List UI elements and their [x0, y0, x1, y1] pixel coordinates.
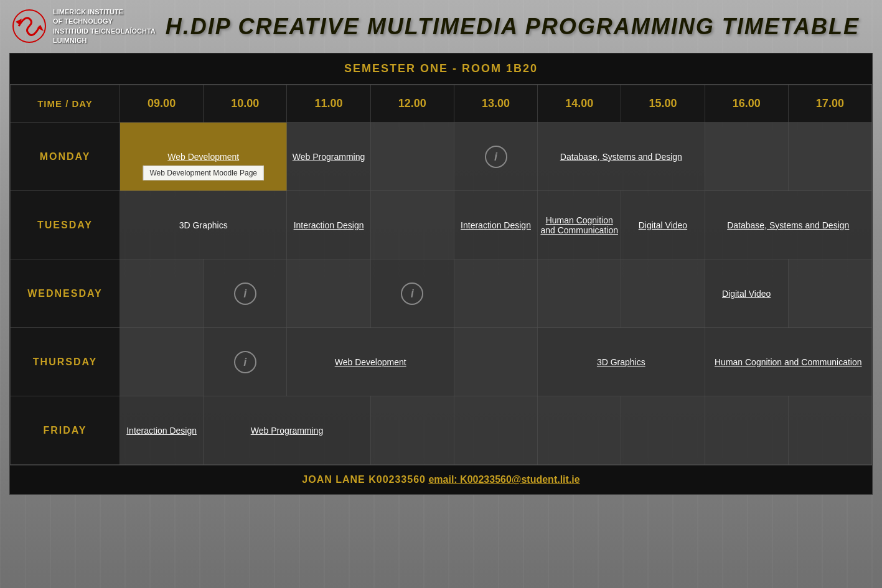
tuesday-label: TUESDAY [11, 191, 120, 259]
timetable-container: SEMESTER ONE - ROOM 1B20 TIME / DAY 09.0… [9, 53, 873, 495]
thursday-row: THURSDAY i Web Development 3D Gr [11, 328, 872, 396]
human-cognition-link-thu[interactable]: Human Cognition and Communication [715, 357, 862, 367]
logo-area: LIMERICK INSTITUTE OF TECHNOLOGY INSTITI… [12, 7, 156, 46]
thursday-web-development[interactable]: Web Development [287, 328, 454, 396]
monday-label: MONDAY [11, 123, 120, 191]
footer-email-link[interactable]: email: K00233560@student.lit.ie [428, 474, 579, 485]
wednesday-row: WEDNESDAY i i [11, 259, 872, 328]
wednesday-digital-video[interactable]: Digital Video [705, 259, 788, 328]
time-16: 16.00 [705, 85, 788, 123]
semester-header: SEMESTER ONE - ROOM 1B20 [10, 54, 872, 85]
logo-text: LIMERICK INSTITUTE OF TECHNOLOGY INSTITI… [53, 7, 156, 46]
tuesday-12-empty [370, 191, 454, 259]
info-icon-wed12: i [401, 282, 423, 305]
time-14: 14.00 [538, 85, 621, 123]
interaction-design-link-tue13[interactable]: Interaction Design [461, 220, 531, 230]
thu-09-empty [120, 328, 204, 396]
tuesday-digital-video[interactable]: Digital Video [621, 191, 705, 259]
monday-16-empty [705, 123, 788, 191]
info-icon-thu10: i [234, 351, 256, 373]
web-dev-tooltip-container: Web Development Web Development Moodle P… [167, 152, 239, 162]
monday-web-programming[interactable]: Web Programming [287, 123, 370, 191]
friday-row: FRIDAY Interaction Design Web Programmin… [11, 396, 872, 465]
tuesday-interaction-design-13[interactable]: Interaction Design [454, 191, 537, 259]
time-13: 13.00 [454, 85, 537, 123]
web-dev-tooltip: Web Development Moodle Page [143, 166, 264, 180]
fri-14-empty [538, 396, 621, 465]
3d-graphics-label: 3D Graphics [179, 220, 228, 230]
fri-17-empty [788, 396, 871, 465]
footer-name: JOAN LANE K00233560 [302, 474, 426, 485]
time-day-header: TIME / DAY [11, 85, 120, 123]
3d-graphics-link-thu[interactable]: 3D Graphics [597, 357, 645, 367]
fri-16-empty [705, 396, 788, 465]
database-link-monday[interactable]: Database, Systems and Design [560, 152, 682, 162]
info-icon-wed10: i [234, 282, 256, 305]
monday-database[interactable]: Database, Systems and Design [538, 123, 705, 191]
fri-13-empty [454, 396, 537, 465]
time-header-row: TIME / DAY 09.00 10.00 11.00 12.00 13.00… [11, 85, 872, 123]
web-programming-link[interactable]: Web Programming [293, 152, 365, 162]
wednesday-label: WEDNESDAY [11, 259, 120, 328]
tuesday-human-cognition[interactable]: Human Cognition and Communication [538, 191, 621, 259]
thursday-label: THURSDAY [11, 328, 120, 396]
fri-15-empty [621, 396, 705, 465]
fri-12-empty [370, 396, 454, 465]
time-11: 11.00 [287, 85, 370, 123]
timetable: TIME / DAY 09.00 10.00 11.00 12.00 13.00… [10, 85, 872, 465]
time-12: 12.00 [370, 85, 454, 123]
time-17: 17.00 [788, 85, 871, 123]
database-link-tue1617[interactable]: Database, Systems and Design [727, 220, 849, 230]
monday-13-info: i [454, 123, 537, 191]
interaction-design-link-tue11[interactable]: Interaction Design [294, 220, 364, 230]
thu-13-empty [454, 328, 537, 396]
tuesday-row: TUESDAY 3D Graphics Interaction Design I… [11, 191, 872, 259]
tuesday-3d-graphics-0910[interactable]: 3D Graphics [120, 191, 287, 259]
web-programming-link-fri[interactable]: Web Programming [251, 426, 323, 436]
friday-web-programming[interactable]: Web Programming [204, 396, 370, 465]
wed-11-empty [287, 259, 370, 328]
web-development-link-thu[interactable]: Web Development [335, 357, 406, 367]
wed-13-empty [454, 259, 537, 328]
thursday-3d-graphics[interactable]: 3D Graphics [538, 328, 705, 396]
monday-row: MONDAY Web Development Web Development M… [11, 123, 872, 191]
interaction-design-link-fri[interactable]: Interaction Design [126, 426, 197, 436]
friday-interaction-design[interactable]: Interaction Design [120, 396, 204, 465]
thursday-human-cognition[interactable]: Human Cognition and Communication [705, 328, 871, 396]
time-10: 10.00 [204, 85, 287, 123]
wed-12-info: i [370, 259, 454, 328]
wed-14-empty [538, 259, 621, 328]
wed-09-empty [120, 259, 204, 328]
human-cognition-link-tue[interactable]: Human Cognition and Communication [540, 215, 618, 235]
digital-video-link-wed[interactable]: Digital Video [722, 289, 771, 299]
lit-logo-icon [12, 9, 47, 44]
web-development-link[interactable]: Web Development [167, 152, 239, 162]
info-icon-monday: i [485, 146, 507, 168]
wed-15-empty [621, 259, 705, 328]
time-15: 15.00 [621, 85, 705, 123]
tuesday-interaction-design-11[interactable]: Interaction Design [287, 191, 370, 259]
header: LIMERICK INSTITUTE OF TECHNOLOGY INSTITI… [0, 0, 882, 53]
page-title: H.DIP CREATIVE MULTIMEDIA PROGRAMMING TI… [156, 14, 870, 40]
monday-web-development[interactable]: Web Development Web Development Moodle P… [120, 123, 287, 191]
wed-17-empty [788, 259, 871, 328]
footer: JOAN LANE K00233560 email: K00233560@stu… [10, 465, 872, 494]
tuesday-database-1617[interactable]: Database, Systems and Design [705, 191, 871, 259]
thu-10-info: i [204, 328, 287, 396]
time-09: 09.00 [120, 85, 204, 123]
monday-12-empty [370, 123, 454, 191]
wed-10-info: i [204, 259, 287, 328]
digital-video-link-tue[interactable]: Digital Video [639, 220, 687, 230]
friday-label: FRIDAY [11, 396, 120, 465]
monday-17-empty [788, 123, 871, 191]
